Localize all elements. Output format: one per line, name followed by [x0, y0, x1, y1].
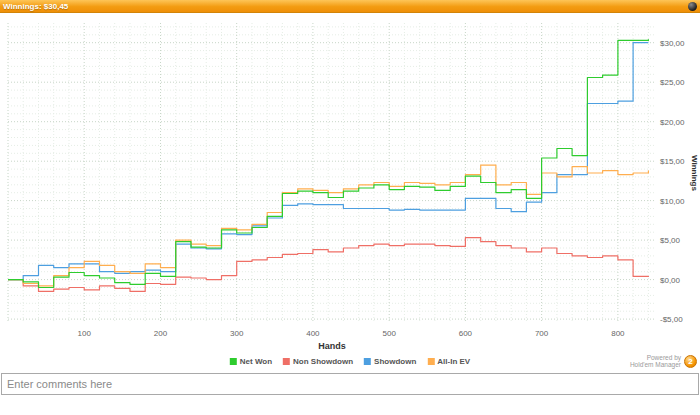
x-tick-label: 300	[230, 329, 244, 338]
chart-footer-row: Net WonNon ShowdownShowdownAll-In EV Pow…	[0, 354, 700, 371]
winnings-chart-container: -$5,00$0,00$5,00$10,00$15,00$20,00$25,00…	[0, 13, 700, 354]
x-tick-label: 200	[154, 329, 168, 338]
y-tick-label: $5,00	[660, 236, 681, 245]
y-tick-label: -$5,00	[660, 315, 683, 324]
series-line-all-in-ev	[8, 165, 648, 286]
x-tick-label: 700	[535, 329, 549, 338]
x-tick-label: 500	[383, 329, 397, 338]
y-axis-title: Winnings	[690, 155, 699, 191]
legend-item-showdown: Showdown	[364, 357, 416, 366]
x-tick-label: 800	[611, 329, 625, 338]
powered-by-line1: Powered by	[630, 354, 681, 361]
legend-swatch-icon	[283, 358, 290, 365]
y-tick-label: $20,00	[660, 118, 685, 127]
y-tick-label: $10,00	[660, 197, 685, 206]
x-tick-label: 600	[459, 329, 473, 338]
y-tick-label: $0,00	[660, 276, 681, 285]
y-tick-label: $15,00	[660, 157, 685, 166]
y-tick-label: $25,00	[660, 78, 685, 87]
powered-by-line2: Hold'em Manager	[630, 361, 681, 368]
legend-swatch-icon	[364, 358, 371, 365]
legend-item-all-in-ev: All-In EV	[427, 357, 470, 366]
legend-label: Non Showdown	[293, 357, 353, 366]
holdem-manager-logo-icon: 2	[684, 355, 697, 368]
winnings-total-label: Winnings: $30,45	[3, 2, 68, 11]
x-axis-title: Hands	[318, 341, 346, 351]
close-icon[interactable]	[688, 2, 697, 11]
powered-by: Powered by Hold'em Manager 2	[630, 354, 697, 368]
x-tick-label: 100	[78, 329, 92, 338]
legend-item-net-won: Net Won	[230, 357, 272, 366]
x-tick-label: 400	[306, 329, 320, 338]
axis-labels: -$5,00$0,00$5,00$10,00$15,00$20,00$25,00…	[78, 39, 699, 351]
legend-item-non-showdown: Non Showdown	[283, 357, 353, 366]
y-tick-label: $30,00	[660, 39, 685, 48]
legend-label: Net Won	[240, 357, 272, 366]
legend-swatch-icon	[230, 358, 237, 365]
comment-input[interactable]	[1, 373, 699, 395]
chart-legend: Net WonNon ShowdownShowdownAll-In EV	[230, 357, 470, 366]
comment-box-container	[1, 373, 699, 395]
legend-label: All-In EV	[437, 357, 470, 366]
winnings-title-bar: Winnings: $30,45	[0, 0, 700, 13]
winnings-chart: -$5,00$0,00$5,00$10,00$15,00$20,00$25,00…	[0, 13, 700, 354]
legend-label: Showdown	[374, 357, 416, 366]
powered-by-text: Powered by Hold'em Manager	[630, 354, 681, 368]
legend-swatch-icon	[427, 358, 434, 365]
